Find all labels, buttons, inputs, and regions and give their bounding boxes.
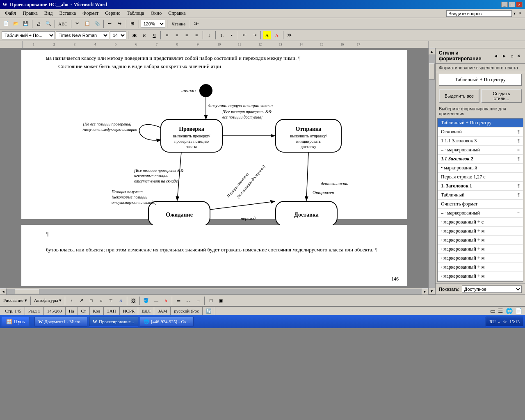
new-button[interactable]: 📄 bbox=[2, 19, 11, 28]
spell-button[interactable]: ABC bbox=[57, 19, 69, 28]
taskbar-task-proj[interactable]: W Проектирование... bbox=[89, 317, 138, 326]
panel-forward-button[interactable]: ► bbox=[500, 53, 508, 59]
line-tool[interactable]: \ bbox=[67, 296, 76, 305]
close-button[interactable]: × bbox=[516, 2, 523, 7]
menu-edit[interactable]: Правка bbox=[19, 9, 41, 17]
fill-color-button[interactable]: 🪣 bbox=[142, 296, 151, 305]
clipart-button[interactable]: 🖼 bbox=[129, 296, 138, 305]
style-item-17[interactable]: · маркерованный + м bbox=[438, 272, 523, 281]
style-item-4[interactable]: 1.1 Заголовок 2¶ bbox=[438, 155, 523, 164]
hscroll-left-button[interactable]: ◄ bbox=[0, 288, 7, 295]
panel-home-button[interactable]: ⌂ bbox=[509, 53, 515, 59]
bold-button[interactable]: Ж bbox=[130, 31, 139, 40]
redo-button[interactable]: ↪ bbox=[115, 19, 124, 28]
line-spacing-button[interactable]: ↕ bbox=[205, 31, 214, 40]
align-justify-button[interactable]: ≡ bbox=[192, 31, 201, 40]
view-outline-button[interactable]: 📄 bbox=[514, 308, 523, 315]
print-preview-button[interactable]: 🔍 bbox=[44, 19, 53, 28]
line-style-button[interactable]: ═ bbox=[174, 296, 183, 305]
menu-view[interactable]: Вид bbox=[41, 9, 56, 17]
bullets-button[interactable]: • bbox=[227, 31, 236, 40]
restore-button[interactable]: □ bbox=[509, 2, 515, 7]
menu-help[interactable]: Справка bbox=[165, 9, 189, 17]
wordart-tool[interactable]: A bbox=[116, 296, 125, 305]
increase-indent-button[interactable]: ⇥ bbox=[250, 31, 259, 40]
show-dropdown[interactable]: Доступное Все стили bbox=[462, 285, 522, 293]
font-color-button[interactable]: A bbox=[161, 296, 170, 305]
style-item-1[interactable]: Основной¶ bbox=[438, 128, 523, 137]
italic-button[interactable]: К bbox=[140, 31, 149, 40]
taskbar-task-doc1[interactable]: W Документ1 - Micro... bbox=[34, 317, 87, 326]
align-center-button[interactable]: ≡ bbox=[172, 31, 181, 40]
view-layout-button[interactable]: ☰ bbox=[497, 308, 504, 315]
style-item-15[interactable]: · маркерованный + м bbox=[438, 254, 523, 263]
style-item-14[interactable]: · маркерованный + м bbox=[438, 245, 523, 254]
style-item-16[interactable]: · маркерованный + м bbox=[438, 263, 523, 272]
table-button[interactable]: ⊞ bbox=[128, 19, 137, 28]
horizontal-scrollbar[interactable]: ◄ ► bbox=[0, 288, 428, 294]
copy-button[interactable]: 📋 bbox=[83, 19, 92, 28]
decrease-indent-button[interactable]: ⇤ bbox=[240, 31, 249, 40]
minimize-button[interactable]: _ bbox=[501, 2, 508, 7]
taskbar-task-browser[interactable]: 🌐 [446-924-925] - Ок... bbox=[140, 317, 194, 326]
style-item-6[interactable]: Первая строка: 1,27 с bbox=[438, 173, 523, 182]
panel-back-button[interactable]: ◄ bbox=[492, 53, 500, 59]
drawing-menu-button[interactable]: Рисование ▾ bbox=[2, 296, 29, 305]
view-web-button[interactable]: 🌐 bbox=[504, 308, 514, 315]
style-item-13[interactable]: · маркерованный + м bbox=[438, 236, 523, 245]
style-item-2[interactable]: 1.1.1 Заголовок 3¶ bbox=[438, 137, 523, 146]
vscroll-up-button[interactable]: ▲ bbox=[429, 48, 435, 55]
style-dropdown[interactable]: Табличный + По... bbox=[2, 31, 55, 39]
rect-tool[interactable]: □ bbox=[87, 296, 96, 305]
zoom-dropdown[interactable]: 120% 100% 75% bbox=[141, 20, 165, 28]
fontsize-dropdown[interactable]: 14 12 10 bbox=[110, 31, 126, 39]
style-item-0[interactable]: Табличный + По центру bbox=[438, 119, 523, 128]
font-dropdown[interactable]: Times New Roman bbox=[56, 31, 109, 39]
style-item-12[interactable]: · маркерованный + м bbox=[438, 227, 523, 236]
highlight-button[interactable]: A bbox=[262, 31, 272, 40]
title-buttons[interactable]: _ □ × bbox=[501, 2, 523, 7]
open-button[interactable]: 📂 bbox=[11, 19, 21, 28]
reading-button[interactable]: Чтение bbox=[169, 19, 189, 28]
more-button[interactable]: ≫ bbox=[192, 19, 201, 28]
style-item-11[interactable]: · маркерованный + с bbox=[438, 218, 523, 227]
align-right-button[interactable]: ≡ bbox=[182, 31, 191, 40]
oval-tool[interactable]: ○ bbox=[96, 296, 105, 305]
help-dropdown-arrow[interactable]: ▾ bbox=[512, 11, 517, 16]
shadow-button[interactable]: ◻ bbox=[206, 296, 215, 305]
style-item-8[interactable]: Табличный¶ bbox=[438, 191, 523, 200]
start-button[interactable]: 🪟 Пуск bbox=[2, 317, 30, 326]
undo-button[interactable]: ↩ bbox=[105, 19, 114, 28]
style-item-5[interactable]: • маркированный bbox=[438, 164, 523, 173]
paste-button[interactable]: 📎 bbox=[93, 19, 102, 28]
arrow-tool[interactable]: ↗ bbox=[77, 296, 86, 305]
hscroll-thumb[interactable] bbox=[15, 289, 39, 294]
align-left-button[interactable]: ≡ bbox=[162, 31, 171, 40]
print-button[interactable]: 🖨 bbox=[34, 19, 43, 28]
textbox-tool[interactable]: T bbox=[106, 296, 115, 305]
style-item-3[interactable]: – · маркерованный≡ bbox=[438, 146, 523, 155]
close-help-button[interactable]: × bbox=[517, 10, 523, 16]
menu-insert[interactable]: Вставка bbox=[56, 9, 79, 17]
panel-close-button[interactable]: × bbox=[516, 53, 522, 59]
numbering-button[interactable]: 1. bbox=[217, 31, 226, 40]
autoshapes-button[interactable]: Автофигуры ▾ bbox=[32, 296, 64, 305]
dash-style-button[interactable]: - - bbox=[184, 296, 193, 305]
menu-service[interactable]: Сервис bbox=[102, 9, 123, 17]
hscroll-right-button[interactable]: ► bbox=[422, 288, 428, 295]
menu-table[interactable]: Таблица bbox=[123, 9, 147, 17]
3d-button[interactable]: ▣ bbox=[216, 296, 225, 305]
style-item-7[interactable]: 1. Заголовок 1¶ bbox=[438, 182, 523, 191]
create-style-button[interactable]: Создать стиль... bbox=[481, 89, 522, 103]
fontcolor-button[interactable]: A bbox=[272, 31, 281, 40]
menu-file[interactable]: Файл bbox=[2, 9, 19, 17]
menu-window[interactable]: Окно bbox=[147, 9, 165, 17]
vscroll-down-button[interactable]: ▼ bbox=[429, 288, 435, 294]
line-color-button[interactable]: — bbox=[151, 296, 160, 305]
save-button[interactable]: 💾 bbox=[21, 19, 30, 28]
underline-button[interactable]: Ч bbox=[150, 31, 159, 40]
select-all-button[interactable]: Выделить все bbox=[439, 89, 479, 103]
style-item-9[interactable]: Очистить формат bbox=[438, 200, 523, 209]
vertical-scrollbar[interactable]: ▲ ▼ bbox=[428, 48, 435, 294]
cut-button[interactable]: ✂ bbox=[73, 19, 82, 28]
